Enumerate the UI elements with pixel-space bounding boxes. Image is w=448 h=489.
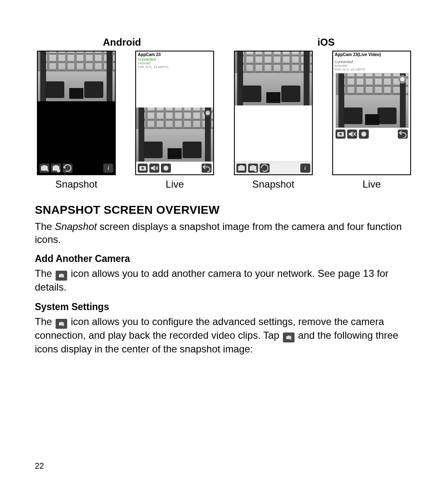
camera-status: Connected — [138, 57, 212, 61]
android-live-col: AppCam 23 Connected 640x480 P2P, N=1, 15… — [133, 51, 216, 190]
android-snapshot-screen: + i — [37, 51, 116, 175]
record-indicator-icon — [398, 75, 407, 83]
camera-plus-icon — [56, 271, 67, 281]
camera-fps: P2P, N=1, 15.00FPS — [138, 65, 212, 69]
svg-point-9 — [339, 133, 342, 135]
refresh-icon[interactable] — [63, 164, 73, 173]
camera-scene — [235, 51, 312, 105]
camera-icon[interactable] — [138, 164, 148, 173]
paragraph-system-settings: The icon allows you to configure the adv… — [35, 315, 413, 355]
camera-fps: P2P, N=2, 18.33FPS — [335, 68, 409, 71]
record-icon[interactable] — [161, 164, 171, 173]
text-italic: Snapshot — [55, 221, 97, 232]
heading-add-camera: Add Another Camera — [35, 253, 413, 264]
camera-plus-icon[interactable] — [236, 164, 246, 173]
ios-live-video-wrap — [333, 71, 410, 139]
camera-scene — [38, 51, 115, 101]
ios-snapshot-screen: i — [234, 51, 313, 175]
caption-snapshot: Snapshot — [252, 178, 294, 190]
ios-live-status: AppCam 23(Live Video) Connected 640x480 … — [333, 51, 410, 71]
camera-gear-icon — [56, 319, 67, 329]
svg-point-14 — [290, 339, 291, 340]
platform-ios-label: iOS — [239, 37, 413, 48]
ios-snapshot-toolbar: i — [235, 161, 312, 174]
android-live-status: AppCam 23 Connected 640x480 P2P, N=1, 15… — [136, 51, 213, 69]
paragraph-overview: The Snapshot screen displays a snapshot … — [35, 220, 413, 246]
heading-overview: Snapshot Screen Overview — [35, 203, 413, 217]
text: The — [35, 221, 55, 232]
record-icon[interactable] — [359, 130, 369, 139]
android-snapshot-toolbar: + i — [38, 162, 115, 174]
info-icon[interactable]: i — [103, 164, 113, 173]
mute-icon[interactable] — [149, 164, 159, 173]
svg-point-1 — [57, 169, 60, 172]
page-number: 22 — [35, 461, 44, 471]
camera-status: Connected — [335, 60, 409, 64]
svg-text:+: + — [46, 168, 49, 173]
camera-plus-icon[interactable]: + — [39, 164, 49, 173]
info-icon[interactable]: i — [300, 164, 310, 173]
refresh-icon[interactable] — [260, 164, 270, 173]
back-icon[interactable] — [398, 130, 408, 139]
text: The — [35, 316, 55, 327]
text: icon allows you to add another camera to… — [35, 268, 388, 293]
caption-snapshot: Snapshot — [55, 178, 97, 190]
svg-point-5 — [163, 166, 168, 171]
manual-page: Android iOS + — [0, 0, 448, 489]
camera-scene — [336, 73, 409, 128]
camera-resolution: 640x480 — [138, 61, 212, 65]
back-icon[interactable] — [202, 164, 212, 173]
heading-system-settings: System Settings — [35, 301, 413, 313]
svg-point-12 — [63, 325, 64, 326]
svg-point-10 — [361, 132, 366, 137]
mute-icon[interactable] — [347, 130, 357, 139]
black-area — [38, 101, 115, 162]
svg-point-6 — [254, 169, 257, 172]
camera-gear-icon — [283, 333, 295, 342]
text: The — [35, 268, 55, 279]
camera-gear-icon[interactable] — [248, 164, 258, 173]
camera-icon[interactable] — [336, 130, 346, 139]
caption-live: Live — [166, 178, 184, 190]
screenshot-row: + i Snapshot AppCam 23 C — [35, 51, 413, 190]
record-indicator-icon — [204, 109, 212, 117]
camera-scene — [136, 108, 213, 161]
svg-point-2 — [206, 111, 210, 115]
ios-live-toolbar — [336, 130, 408, 139]
android-live-screen: AppCam 23 Connected 640x480 P2P, N=1, 15… — [135, 51, 214, 175]
android-live-toolbar — [136, 161, 213, 174]
platform-header-row: Android iOS — [35, 37, 413, 48]
caption-live: Live — [363, 178, 381, 190]
ios-snapshot-col: i Snapshot — [232, 51, 315, 190]
android-snapshot-col: + i Snapshot — [35, 51, 118, 190]
camera-resolution: 640x480 — [335, 64, 409, 68]
svg-point-7 — [400, 77, 405, 82]
ios-live-col: AppCam 23(Live Video) Connected 640x480 … — [330, 51, 413, 190]
paragraph-add-camera: The icon allows you to add another camer… — [35, 267, 413, 293]
svg-point-4 — [141, 167, 144, 169]
platform-android-label: Android — [35, 37, 209, 48]
ios-live-screen: AppCam 23(Live Video) Connected 640x480 … — [332, 51, 411, 175]
camera-gear-icon[interactable] — [51, 164, 61, 173]
camera-name: AppCam 23 — [138, 52, 212, 57]
camera-name: AppCam 23(Live Video) — [335, 52, 409, 57]
